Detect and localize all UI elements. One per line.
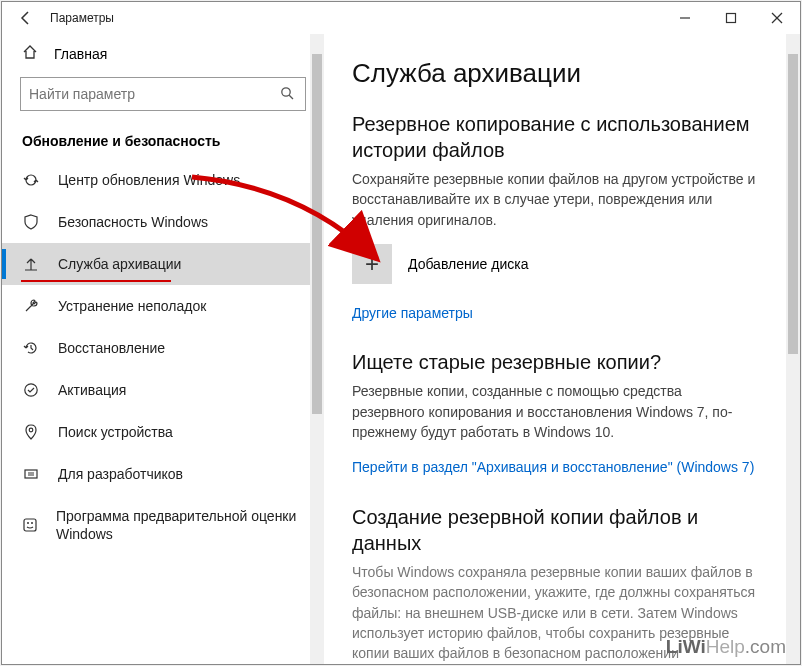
svg-line-5 [289, 95, 293, 99]
sidebar-item-insider[interactable]: Программа предварительной оценки Windows [2, 495, 324, 555]
sidebar-nav: Центр обновления Windows Безопасность Wi… [2, 159, 324, 555]
content-scrollbar[interactable] [786, 34, 800, 664]
shield-icon [22, 213, 40, 231]
sidebar-category: Обновление и безопасность [2, 121, 324, 159]
search-box[interactable] [20, 77, 306, 111]
sync-icon [22, 171, 40, 189]
sidebar-item-label: Безопасность Windows [58, 214, 208, 230]
svg-point-10 [27, 522, 29, 524]
page-title: Служба архивации [352, 58, 772, 89]
section-text-history: Сохраняйте резервные копии файлов на дру… [352, 169, 772, 230]
sidebar-item-troubleshoot[interactable]: Устранение неполадок [2, 285, 324, 327]
sidebar-item-windows-update[interactable]: Центр обновления Windows [2, 159, 324, 201]
watermark: LiWiHelp.com [666, 636, 786, 658]
wrench-icon [22, 297, 40, 315]
content: Служба архивации Резервное копирование с… [324, 34, 800, 664]
back-button[interactable] [6, 2, 46, 34]
sidebar-item-developers[interactable]: Для разработчиков [2, 453, 324, 495]
maximize-button[interactable] [708, 2, 754, 34]
scrollbar-thumb[interactable] [788, 54, 798, 354]
sidebar-item-label: Программа предварительной оценки Windows [56, 507, 304, 543]
section-title-create-backup: Создание резервной копии файлов и данных [352, 504, 772, 556]
sidebar-item-label: Восстановление [58, 340, 165, 356]
section-title-old-backups: Ищете старые резервные копии? [352, 349, 772, 375]
restore-icon [22, 339, 40, 357]
search-input[interactable] [29, 86, 277, 102]
check-icon [22, 381, 40, 399]
sidebar-home-label: Главная [54, 46, 107, 62]
sidebar-home[interactable]: Главная [2, 34, 324, 73]
window-title: Параметры [50, 11, 114, 25]
win7-backup-link[interactable]: Перейти в раздел "Архивация и восстановл… [352, 458, 754, 478]
sidebar-item-label: Поиск устройства [58, 424, 173, 440]
insider-icon [22, 516, 38, 534]
section-text-old-backups: Резервные копии, созданные с помощью сре… [352, 381, 772, 442]
sidebar-item-label: Активация [58, 382, 126, 398]
settings-window: Параметры Главная [1, 1, 801, 665]
plus-icon: + [352, 244, 392, 284]
search-icon [277, 86, 297, 103]
sidebar-item-label: Служба архивации [58, 256, 181, 272]
sidebar: Главная Обновление и безопасность Центр … [2, 34, 324, 664]
svg-rect-9 [24, 519, 36, 531]
sidebar-item-activation[interactable]: Активация [2, 369, 324, 411]
window-controls [662, 2, 800, 34]
svg-point-7 [29, 428, 33, 432]
developer-icon [22, 465, 40, 483]
sidebar-item-label: Для разработчиков [58, 466, 183, 482]
add-drive-label: Добавление диска [408, 256, 528, 272]
sidebar-item-label: Устранение неполадок [58, 298, 206, 314]
more-options-link[interactable]: Другие параметры [352, 304, 473, 324]
svg-point-11 [31, 522, 33, 524]
annotation-underline [21, 280, 171, 282]
sidebar-scrollbar[interactable] [310, 34, 324, 664]
sidebar-item-recovery[interactable]: Восстановление [2, 327, 324, 369]
svg-point-6 [25, 384, 37, 396]
sidebar-item-find-device[interactable]: Поиск устройства [2, 411, 324, 453]
home-icon [22, 44, 38, 63]
location-icon [22, 423, 40, 441]
sidebar-item-security[interactable]: Безопасность Windows [2, 201, 324, 243]
svg-rect-1 [727, 14, 736, 23]
backup-icon [22, 255, 40, 273]
section-title-history: Резервное копирование с использованием и… [352, 111, 772, 163]
close-button[interactable] [754, 2, 800, 34]
scrollbar-thumb[interactable] [312, 54, 322, 414]
minimize-button[interactable] [662, 2, 708, 34]
svg-point-4 [282, 87, 290, 95]
sidebar-item-backup[interactable]: Служба архивации [2, 243, 324, 285]
sidebar-item-label: Центр обновления Windows [58, 172, 240, 188]
titlebar: Параметры [2, 2, 800, 34]
add-drive-button[interactable]: + Добавление диска [352, 244, 772, 284]
